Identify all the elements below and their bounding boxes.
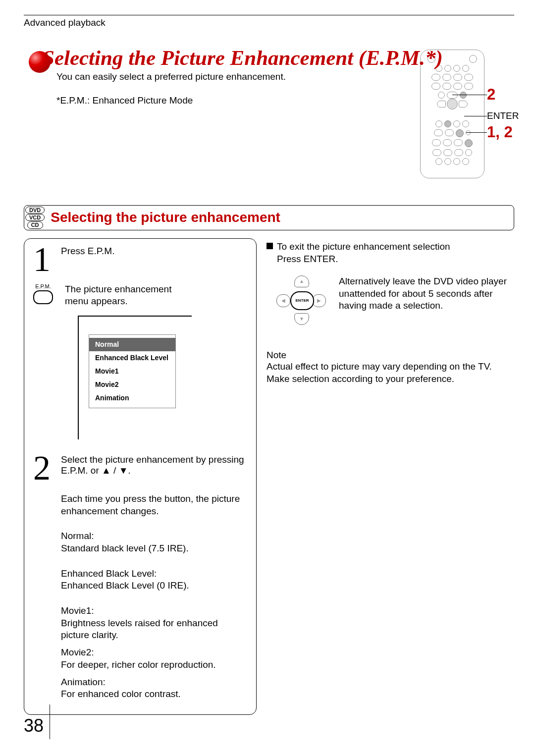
mode-animation: Animation: For enhanced color contrast. <box>61 676 247 701</box>
manual-page: Advanced playback Selecting the Picture … <box>0 0 535 756</box>
mode-normal: Normal: Standard black level (7.5 IRE). <box>61 530 247 554</box>
step-2-number: 2 <box>33 454 56 482</box>
step-1-detail: E.P.M. The picture enhancement menu appe… <box>33 283 247 308</box>
mode-animation-desc: For enhanced color contrast. <box>61 688 247 701</box>
menu-item-animation: Animation <box>89 391 175 405</box>
oval-button-icon <box>33 290 53 304</box>
epm-button-icon: E.P.M. <box>33 283 53 304</box>
mode-movie2-desc: For deeper, richer color reproduction. <box>61 659 247 671</box>
badge-vcd: VCD <box>25 214 45 221</box>
dpad-left-icon: ◀ <box>276 294 290 307</box>
enter-button-icon: ENTER <box>290 291 314 310</box>
dpad-down-icon: ▼ <box>294 313 309 325</box>
exit-action: Press ENTER. <box>277 254 338 264</box>
mode-movie1: Movie1: Brightness levels raised for enh… <box>61 605 247 642</box>
step-1: 1 Press E.P.M. <box>33 246 247 273</box>
mode-enhanced-black-desc: Enhanced Black Level (0 IRE). <box>61 580 247 592</box>
page-number-divider <box>50 704 50 739</box>
callout-step-2: 2 <box>487 86 495 103</box>
disc-type-badges: DVD VCD CD <box>25 207 45 228</box>
menu-item-normal: Normal <box>89 338 175 351</box>
exit-title: To exit the picture enhancement selectio… <box>277 241 450 252</box>
dpad-right-icon: ▶ <box>312 294 326 307</box>
exit-instructions: To exit the picture enhancement selectio… <box>267 240 514 266</box>
content-columns: 1 Press E.P.M. E.P.M. The picture enhanc… <box>24 238 514 715</box>
mode-normal-name: Normal: <box>61 530 247 542</box>
callout-step-1-2: 1, 2 <box>487 123 513 141</box>
mode-movie1-desc: Brightness levels raised for enhanced pi… <box>61 617 247 642</box>
alternative-exit-text: Alternatively leave the DVD video player… <box>339 275 514 312</box>
badge-dvd: DVD <box>25 207 45 214</box>
epm-button-label: E.P.M. <box>33 283 53 289</box>
step-2-detail: Each time you press the button, the pict… <box>61 493 247 517</box>
section-bar: DVD VCD CD Selecting the picture enhance… <box>24 205 514 230</box>
mode-enhanced-black: Enhanced Black Level: Enhanced Black Lev… <box>61 568 247 592</box>
mode-movie2: Movie2: For deeper, richer color reprodu… <box>61 647 247 671</box>
step-2-title: Select the picture enhancement by pressi… <box>61 454 247 476</box>
note-body: Actual effect to picture may vary depend… <box>267 361 514 385</box>
step-1-number: 1 <box>33 246 56 273</box>
note-heading: Note <box>267 350 514 361</box>
enter-illustration-row: ▲ ▼ ◀ ▶ ENTER Alternatively leave the DV… <box>276 275 514 325</box>
dpad-up-icon: ▲ <box>294 275 309 287</box>
header-section: Advanced playback <box>24 17 514 28</box>
bullet-square-icon <box>267 243 273 249</box>
page-number: 38 <box>24 715 44 736</box>
mode-movie2-name: Movie2: <box>61 647 247 659</box>
step-1-result: The picture enhancement menu appears. <box>65 283 194 308</box>
menu-item-movie1: Movie1 <box>89 365 175 378</box>
callout-enter: ENTER <box>487 110 519 121</box>
badge-cd: CD <box>27 221 43 228</box>
mode-enhanced-black-name: Enhanced Black Level: <box>61 568 247 580</box>
left-column-steps: 1 Press E.P.M. E.P.M. The picture enhanc… <box>24 238 257 715</box>
mode-movie1-name: Movie1: <box>61 605 247 617</box>
epm-menu: Normal Enhanced Black Level Movie1 Movie… <box>89 334 176 408</box>
step-1-title: Press E.P.M. <box>61 246 247 257</box>
mode-normal-desc: Standard black level (7.5 IRE). <box>61 542 247 555</box>
section-heading: Selecting the picture enhancement <box>51 210 508 225</box>
page-title: Selecting the Picture Enhancement (E.P.M… <box>43 46 514 69</box>
step-2: 2 Select the picture enhancement by pres… <box>33 454 247 482</box>
menu-item-movie2: Movie2 <box>89 378 175 391</box>
dpad-icon: ▲ ▼ ◀ ▶ ENTER <box>276 275 326 325</box>
right-column-notes: To exit the picture enhancement selectio… <box>267 238 514 715</box>
onscreen-menu-illustration: Normal Enhanced Black Level Movie1 Movie… <box>78 316 192 439</box>
mode-animation-name: Animation: <box>61 676 247 689</box>
menu-item-enhanced-black: Enhanced Black Level <box>89 351 175 365</box>
header-rule <box>24 15 514 15</box>
